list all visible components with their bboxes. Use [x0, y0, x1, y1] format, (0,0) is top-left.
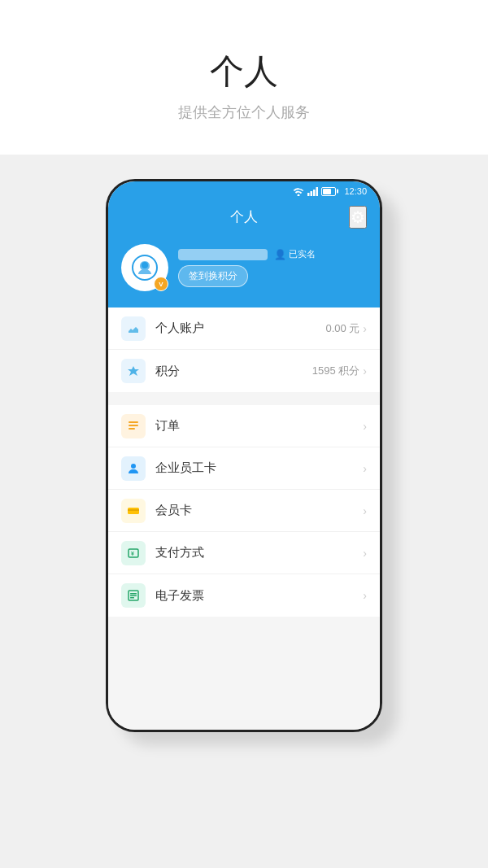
- battery-icon: [321, 187, 336, 196]
- avatar-container: V: [121, 244, 168, 291]
- svg-text:¥: ¥: [131, 551, 134, 556]
- menu-group-2: 订单 › 企业员工卡 ›: [108, 405, 380, 617]
- account-icon: [121, 316, 146, 341]
- page-subtitle: 提供全方位个人服务: [178, 103, 310, 122]
- status-bar: 12:30: [108, 181, 380, 201]
- svg-rect-13: [128, 509, 139, 511]
- member-icon: [121, 499, 146, 523]
- verified-icon: 👤: [274, 249, 286, 260]
- payment-chevron: ›: [363, 547, 367, 560]
- points-value: 1595 积分: [312, 364, 360, 378]
- wifi-icon: [293, 187, 304, 196]
- employee-icon: [121, 456, 146, 481]
- order-chevron: ›: [363, 420, 367, 433]
- payment-icon: ¥: [121, 541, 146, 565]
- account-label: 个人账户: [155, 321, 325, 336]
- svg-rect-1: [311, 191, 313, 196]
- status-time: 12:30: [344, 186, 367, 196]
- app-header: 个人 ⚙: [108, 201, 380, 236]
- user-section: V 👤 已实名 签到换积分: [108, 236, 380, 308]
- menu-item-points[interactable]: 积分 1595 积分 ›: [108, 350, 380, 392]
- menu-item-account[interactable]: 个人账户 0.00 元 ›: [108, 308, 380, 350]
- svg-rect-17: [130, 593, 137, 595]
- svg-rect-0: [307, 193, 310, 196]
- verified-badge: 👤 已实名: [274, 248, 316, 260]
- member-chevron: ›: [363, 504, 367, 517]
- verified-text: 已实名: [289, 248, 316, 260]
- vip-badge: V: [154, 277, 168, 291]
- order-label: 订单: [155, 418, 359, 434]
- svg-point-5: [142, 262, 148, 268]
- account-chevron: ›: [363, 322, 367, 335]
- menu-group-1: 个人账户 0.00 元 › 积分 1595 积分 ›: [108, 308, 380, 392]
- svg-rect-3: [316, 187, 319, 196]
- invoice-chevron: ›: [363, 589, 367, 602]
- checkin-button[interactable]: 签到换积分: [178, 265, 248, 287]
- page-header: 个人 提供全方位个人服务: [0, 0, 488, 155]
- menu-list: 个人账户 0.00 元 › 积分 1595 积分 ›: [108, 308, 380, 730]
- settings-button[interactable]: ⚙: [349, 206, 367, 229]
- menu-item-invoice[interactable]: 电子发票 ›: [108, 574, 380, 617]
- invoice-label: 电子发票: [155, 588, 359, 604]
- user-name-row: 👤 已实名: [178, 248, 316, 260]
- svg-rect-10: [129, 428, 135, 430]
- svg-point-11: [131, 464, 136, 469]
- app-header-title: 个人: [230, 207, 258, 226]
- menu-item-employee[interactable]: 企业员工卡 ›: [108, 447, 380, 490]
- menu-item-order[interactable]: 订单 ›: [108, 405, 380, 447]
- points-chevron: ›: [363, 364, 367, 377]
- battery-fill: [323, 189, 331, 194]
- menu-item-payment[interactable]: ¥ 支付方式 ›: [108, 532, 380, 574]
- menu-item-member[interactable]: 会员卡 ›: [108, 490, 380, 532]
- svg-rect-2: [313, 190, 316, 196]
- status-icons: [293, 187, 336, 196]
- phone-frame: 12:30 个人 ⚙ V: [106, 179, 382, 732]
- page-title: 个人: [210, 49, 278, 94]
- employee-label: 企业员工卡: [155, 460, 359, 476]
- points-label: 积分: [155, 364, 312, 379]
- svg-rect-19: [130, 597, 134, 599]
- user-info: 👤 已实名 签到换积分: [178, 248, 316, 287]
- employee-chevron: ›: [363, 462, 367, 475]
- svg-rect-9: [129, 425, 138, 426]
- account-value: 0.00 元: [325, 321, 359, 336]
- points-icon: [121, 359, 146, 383]
- invoice-icon: [121, 583, 146, 608]
- divider: [108, 399, 380, 405]
- user-name-blur: [178, 249, 268, 260]
- order-icon: [121, 414, 146, 438]
- payment-label: 支付方式: [155, 545, 359, 560]
- svg-marker-7: [128, 366, 139, 376]
- signal-icon: [307, 187, 318, 196]
- member-label: 会员卡: [155, 503, 359, 518]
- phone-mockup: 12:30 个人 ⚙ V: [106, 179, 382, 732]
- svg-rect-18: [130, 595, 137, 597]
- svg-rect-8: [129, 421, 138, 423]
